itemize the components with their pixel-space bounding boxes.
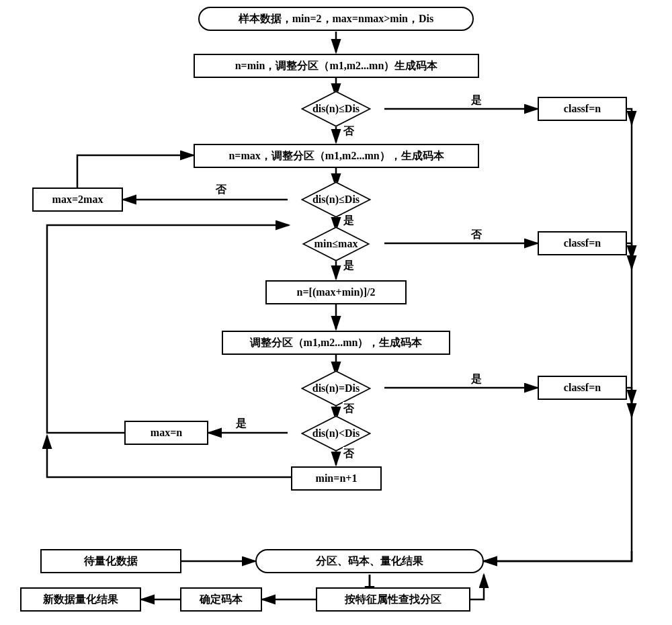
result-classf-n-3: classf=n xyxy=(538,376,627,400)
process-init-n-min: n=min，调整分区（m1,m2...mn）生成码本 xyxy=(194,54,479,78)
process-n-max: n=max，调整分区（m1,m2...mn），生成码本 xyxy=(194,144,479,168)
decision-dis-n-le-dis-2: dis(n)≤Dis xyxy=(288,186,384,213)
d5-yes: 是 xyxy=(235,417,247,431)
decision-min-le-max: min≤max xyxy=(288,231,384,257)
d4-text: dis(n)=Dis xyxy=(312,382,360,394)
d4-yes: 是 xyxy=(470,372,482,386)
d1-text: dis(n)≤Dis xyxy=(312,103,360,115)
decision-dis-n-le-dis: dis(n)≤Dis xyxy=(288,95,384,122)
maxdbl-text: max=2max xyxy=(52,193,103,206)
maxn-text: max=n xyxy=(151,426,182,439)
d1-yes: 是 xyxy=(470,93,482,108)
process-max-eq-n: max=n xyxy=(124,421,208,445)
d3-yes: 是 xyxy=(343,259,355,273)
process-max-double: max=2max xyxy=(32,188,123,212)
start-text: 样本数据，min=2，max=nmax>min，Dis xyxy=(239,12,433,25)
process-determine-codebook: 确定码本 xyxy=(180,587,262,612)
det-text: 确定码本 xyxy=(200,593,243,606)
p1-text: n=min，调整分区（m1,m2...mn）生成码本 xyxy=(235,59,438,72)
dataq-text: 待量化数据 xyxy=(84,554,138,567)
newres-text: 新数据量化结果 xyxy=(43,593,118,606)
out-text: 分区、码本、量化结果 xyxy=(316,554,423,567)
result-classf-n-2: classf=n xyxy=(538,231,627,255)
d2-yes: 是 xyxy=(343,214,355,228)
process-find-by-feature: 按特征属性查找分区 xyxy=(316,587,470,612)
p3-text: n=[(max+min)]/2 xyxy=(297,286,376,298)
p2-text: n=max，调整分区（m1,m2...mn），生成码本 xyxy=(228,149,444,162)
process-n-midpoint: n=[(max+min)]/2 xyxy=(265,280,407,304)
d3-no: 否 xyxy=(470,228,482,242)
output-partition-codebook: 分区、码本、量化结果 xyxy=(255,549,484,573)
process-min-eq-n-plus-1: min=n+1 xyxy=(291,466,382,491)
d5-no: 否 xyxy=(343,447,355,461)
result-classf-n-1: classf=n xyxy=(538,97,627,121)
p4-text: 调整分区（m1,m2...mn），生成码本 xyxy=(250,336,423,349)
d1-no: 否 xyxy=(343,124,355,138)
input-data-to-quantize: 待量化数据 xyxy=(40,549,181,573)
d2-text: dis(n)≤Dis xyxy=(312,194,360,206)
d2-no: 否 xyxy=(215,183,227,197)
process-adjust-partition: 调整分区（m1,m2...mn），生成码本 xyxy=(222,331,450,355)
start-terminator: 样本数据，min=2，max=nmax>min，Dis xyxy=(198,7,474,31)
d5-text: dis(n)<Dis xyxy=(312,427,360,440)
d3-text: min≤max xyxy=(314,238,358,250)
find-text: 按特征属性查找分区 xyxy=(345,593,442,606)
output-new-quant-result: 新数据量化结果 xyxy=(20,587,141,612)
decision-dis-eq-dis: dis(n)=Dis xyxy=(288,375,384,402)
minn-text: min=n+1 xyxy=(316,472,358,485)
r2-text: classf=n xyxy=(564,237,601,249)
d4-no: 否 xyxy=(343,402,355,416)
r3-text: classf=n xyxy=(564,381,601,394)
decision-dis-lt-dis: dis(n)<Dis xyxy=(288,420,384,447)
r1-text: classf=n xyxy=(564,102,601,115)
